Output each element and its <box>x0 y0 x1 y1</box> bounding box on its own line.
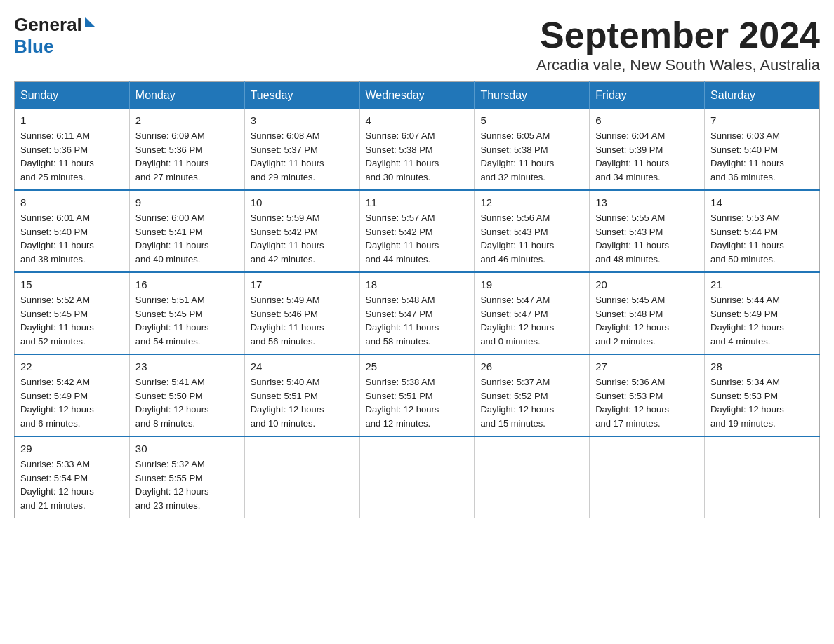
calendar-day-header: Tuesday <box>244 82 359 109</box>
day-info: Sunrise: 5:48 AMSunset: 5:47 PMDaylight:… <box>366 293 469 348</box>
day-info: Sunrise: 5:47 AMSunset: 5:47 PMDaylight:… <box>480 293 583 348</box>
calendar-day-cell <box>475 436 590 518</box>
logo-blue: Blue <box>14 36 53 57</box>
day-number: 30 <box>135 443 239 455</box>
calendar-day-cell: 20 Sunrise: 5:45 AMSunset: 5:48 PMDaylig… <box>590 272 705 354</box>
calendar-day-cell: 10 Sunrise: 5:59 AMSunset: 5:42 PMDaylig… <box>244 190 359 272</box>
day-number: 19 <box>480 279 583 290</box>
day-number: 4 <box>366 114 469 126</box>
calendar-day-cell: 4 Sunrise: 6:07 AMSunset: 5:38 PMDayligh… <box>359 109 475 190</box>
calendar-day-cell: 14 Sunrise: 5:53 AMSunset: 5:44 PMDaylig… <box>705 190 820 272</box>
calendar-body: 1 Sunrise: 6:11 AMSunset: 5:36 PMDayligh… <box>15 109 820 518</box>
day-info: Sunrise: 5:36 AMSunset: 5:53 PMDaylight:… <box>595 375 699 430</box>
calendar-day-header: Monday <box>129 82 244 109</box>
day-info: Sunrise: 5:40 AMSunset: 5:51 PMDaylight:… <box>251 375 354 430</box>
calendar-day-cell: 5 Sunrise: 6:05 AMSunset: 5:38 PMDayligh… <box>475 109 590 190</box>
calendar-day-cell: 22 Sunrise: 5:42 AMSunset: 5:49 PMDaylig… <box>15 354 130 436</box>
day-number: 1 <box>20 114 124 126</box>
calendar-day-header: Friday <box>590 82 705 109</box>
calendar-day-cell: 23 Sunrise: 5:41 AMSunset: 5:50 PMDaylig… <box>129 354 244 436</box>
calendar-day-cell: 1 Sunrise: 6:11 AMSunset: 5:36 PMDayligh… <box>15 109 130 190</box>
calendar-day-cell: 2 Sunrise: 6:09 AMSunset: 5:36 PMDayligh… <box>129 109 244 190</box>
calendar-day-cell: 28 Sunrise: 5:34 AMSunset: 5:53 PMDaylig… <box>705 354 820 436</box>
calendar-day-cell: 12 Sunrise: 5:56 AMSunset: 5:43 PMDaylig… <box>475 190 590 272</box>
calendar-day-cell: 7 Sunrise: 6:03 AMSunset: 5:40 PMDayligh… <box>705 109 820 190</box>
day-info: Sunrise: 5:49 AMSunset: 5:46 PMDaylight:… <box>251 293 354 348</box>
day-info: Sunrise: 6:09 AMSunset: 5:36 PMDaylight:… <box>135 129 239 184</box>
day-number: 24 <box>251 361 354 373</box>
day-info: Sunrise: 6:00 AMSunset: 5:41 PMDaylight:… <box>135 211 239 266</box>
day-number: 29 <box>20 443 124 455</box>
day-number: 9 <box>135 196 239 208</box>
day-number: 17 <box>251 279 354 290</box>
calendar-week-row: 15 Sunrise: 5:52 AMSunset: 5:45 PMDaylig… <box>15 272 820 354</box>
day-number: 7 <box>710 114 814 126</box>
calendar-day-header: Sunday <box>15 82 130 109</box>
calendar-day-cell: 9 Sunrise: 6:00 AMSunset: 5:41 PMDayligh… <box>129 190 244 272</box>
day-info: Sunrise: 5:44 AMSunset: 5:49 PMDaylight:… <box>710 293 814 348</box>
day-number: 27 <box>595 361 699 373</box>
day-number: 10 <box>251 196 354 208</box>
day-info: Sunrise: 5:59 AMSunset: 5:42 PMDaylight:… <box>251 211 354 266</box>
calendar-week-row: 1 Sunrise: 6:11 AMSunset: 5:36 PMDayligh… <box>15 109 820 190</box>
day-info: Sunrise: 5:34 AMSunset: 5:53 PMDaylight:… <box>710 375 814 430</box>
day-number: 23 <box>135 361 239 373</box>
calendar-day-cell: 30 Sunrise: 5:32 AMSunset: 5:55 PMDaylig… <box>129 436 244 518</box>
calendar-week-row: 22 Sunrise: 5:42 AMSunset: 5:49 PMDaylig… <box>15 354 820 436</box>
day-number: 12 <box>480 196 583 208</box>
day-info: Sunrise: 5:41 AMSunset: 5:50 PMDaylight:… <box>135 375 239 430</box>
day-info: Sunrise: 6:08 AMSunset: 5:37 PMDaylight:… <box>251 129 354 184</box>
calendar-day-cell: 21 Sunrise: 5:44 AMSunset: 5:49 PMDaylig… <box>705 272 820 354</box>
calendar-title-block: September 2024 Arcadia vale, New South W… <box>536 14 820 74</box>
calendar-week-row: 29 Sunrise: 5:33 AMSunset: 5:54 PMDaylig… <box>15 436 820 518</box>
calendar-day-header: Wednesday <box>359 82 475 109</box>
calendar-day-cell <box>590 436 705 518</box>
logo-triangle-icon <box>85 17 95 27</box>
day-info: Sunrise: 5:45 AMSunset: 5:48 PMDaylight:… <box>595 293 699 348</box>
day-number: 26 <box>480 361 583 373</box>
day-info: Sunrise: 5:56 AMSunset: 5:43 PMDaylight:… <box>480 211 583 266</box>
calendar-day-header: Thursday <box>475 82 590 109</box>
day-number: 15 <box>20 279 124 290</box>
day-number: 22 <box>20 361 124 373</box>
day-number: 21 <box>710 279 814 290</box>
calendar-day-cell: 11 Sunrise: 5:57 AMSunset: 5:42 PMDaylig… <box>359 190 475 272</box>
calendar-day-cell: 16 Sunrise: 5:51 AMSunset: 5:45 PMDaylig… <box>129 272 244 354</box>
day-number: 2 <box>135 114 239 126</box>
day-number: 3 <box>251 114 354 126</box>
day-info: Sunrise: 5:51 AMSunset: 5:45 PMDaylight:… <box>135 293 239 348</box>
calendar-day-header: Saturday <box>705 82 820 109</box>
logo-general: General <box>14 14 82 36</box>
day-info: Sunrise: 5:52 AMSunset: 5:45 PMDaylight:… <box>20 293 124 348</box>
calendar-week-row: 8 Sunrise: 6:01 AMSunset: 5:40 PMDayligh… <box>15 190 820 272</box>
day-number: 6 <box>595 114 699 126</box>
calendar-title: September 2024 <box>536 14 820 56</box>
day-number: 14 <box>710 196 814 208</box>
calendar-day-cell: 6 Sunrise: 6:04 AMSunset: 5:39 PMDayligh… <box>590 109 705 190</box>
day-number: 16 <box>135 279 239 290</box>
calendar-day-cell: 3 Sunrise: 6:08 AMSunset: 5:37 PMDayligh… <box>244 109 359 190</box>
day-info: Sunrise: 5:32 AMSunset: 5:55 PMDaylight:… <box>135 457 239 512</box>
calendar-day-cell: 17 Sunrise: 5:49 AMSunset: 5:46 PMDaylig… <box>244 272 359 354</box>
day-number: 8 <box>20 196 124 208</box>
day-number: 5 <box>480 114 583 126</box>
calendar-day-cell: 13 Sunrise: 5:55 AMSunset: 5:43 PMDaylig… <box>590 190 705 272</box>
day-info: Sunrise: 5:57 AMSunset: 5:42 PMDaylight:… <box>366 211 469 266</box>
day-info: Sunrise: 6:07 AMSunset: 5:38 PMDaylight:… <box>366 129 469 184</box>
calendar-day-cell: 19 Sunrise: 5:47 AMSunset: 5:47 PMDaylig… <box>475 272 590 354</box>
calendar-day-cell: 15 Sunrise: 5:52 AMSunset: 5:45 PMDaylig… <box>15 272 130 354</box>
day-info: Sunrise: 5:42 AMSunset: 5:49 PMDaylight:… <box>20 375 124 430</box>
day-number: 13 <box>595 196 699 208</box>
day-info: Sunrise: 5:53 AMSunset: 5:44 PMDaylight:… <box>710 211 814 266</box>
day-number: 18 <box>366 279 469 290</box>
page-header: General Blue September 2024 Arcadia vale… <box>14 14 820 74</box>
day-info: Sunrise: 6:04 AMSunset: 5:39 PMDaylight:… <box>595 129 699 184</box>
logo: General Blue <box>14 14 95 58</box>
calendar-day-cell: 27 Sunrise: 5:36 AMSunset: 5:53 PMDaylig… <box>590 354 705 436</box>
day-info: Sunrise: 5:55 AMSunset: 5:43 PMDaylight:… <box>595 211 699 266</box>
calendar-day-cell <box>359 436 475 518</box>
calendar-subtitle: Arcadia vale, New South Wales, Australia <box>536 56 820 74</box>
calendar-day-cell: 25 Sunrise: 5:38 AMSunset: 5:51 PMDaylig… <box>359 354 475 436</box>
day-info: Sunrise: 5:38 AMSunset: 5:51 PMDaylight:… <box>366 375 469 430</box>
day-info: Sunrise: 6:05 AMSunset: 5:38 PMDaylight:… <box>480 129 583 184</box>
